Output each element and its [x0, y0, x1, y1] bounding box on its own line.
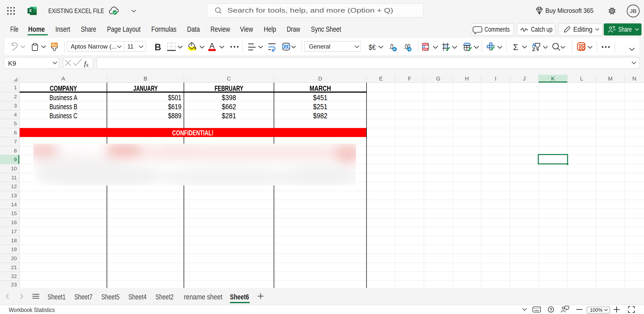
- svg-text:11: 11: [11, 175, 17, 180]
- svg-text:General: General: [309, 43, 330, 50]
- svg-text:Sync Sheet: Sync Sheet: [311, 25, 341, 33]
- svg-text:D: D: [318, 75, 322, 82]
- svg-text:23: 23: [11, 282, 17, 287]
- svg-text:File: File: [10, 25, 18, 33]
- svg-text:MARCH: MARCH: [310, 84, 331, 92]
- svg-text:Draw: Draw: [287, 25, 300, 33]
- svg-text:10: 10: [11, 166, 17, 171]
- svg-text:L: L: [580, 75, 583, 82]
- svg-text:X: X: [29, 8, 32, 13]
- svg-text:A: A: [61, 75, 65, 82]
- svg-text:B: B: [155, 42, 161, 52]
- svg-text:Sheet5: Sheet5: [101, 293, 119, 301]
- svg-text:4: 4: [14, 112, 17, 117]
- svg-text:$€: $€: [369, 43, 376, 51]
- svg-text:Business C: Business C: [50, 112, 77, 120]
- svg-text:$982: $982: [313, 112, 328, 120]
- svg-text:22: 22: [11, 273, 17, 279]
- svg-text:I: I: [495, 75, 496, 82]
- svg-text:K9: K9: [8, 60, 16, 67]
- svg-text:Sheet7: Sheet7: [74, 293, 92, 301]
- svg-text:View: View: [240, 25, 253, 33]
- svg-text:Business B: Business B: [50, 103, 77, 111]
- svg-text:$251: $251: [313, 103, 328, 111]
- svg-text:Home: Home: [28, 25, 45, 33]
- svg-text:Data: Data: [187, 25, 200, 33]
- svg-text:Review: Review: [211, 25, 230, 33]
- svg-text:Sheet1: Sheet1: [48, 293, 66, 301]
- svg-text:Help: Help: [264, 25, 276, 33]
- svg-text:16: 16: [11, 219, 17, 225]
- svg-text:Share: Share: [618, 25, 632, 33]
- svg-text:13: 13: [11, 192, 17, 198]
- svg-text:N: N: [632, 75, 636, 82]
- svg-text:CONFIDENTIAL!: CONFIDENTIAL!: [172, 129, 214, 137]
- svg-text:Sheet6: Sheet6: [230, 293, 249, 301]
- svg-text:21: 21: [11, 264, 17, 270]
- svg-text:3: 3: [14, 103, 17, 108]
- svg-text:E: E: [379, 75, 383, 82]
- svg-text:H: H: [465, 75, 469, 82]
- svg-text:17: 17: [11, 228, 17, 234]
- svg-text:Insert: Insert: [55, 25, 70, 33]
- svg-text:Formulas: Formulas: [151, 25, 177, 33]
- svg-text:M: M: [608, 75, 613, 82]
- svg-text:Catch up: Catch up: [531, 25, 552, 33]
- svg-text:Editing: Editing: [573, 25, 592, 33]
- svg-text:20: 20: [11, 255, 17, 261]
- svg-text:COMPANY: COMPANY: [50, 84, 77, 92]
- svg-text:8: 8: [14, 148, 17, 153]
- svg-text:7: 7: [14, 139, 17, 144]
- svg-text:Comments: Comments: [485, 25, 510, 33]
- svg-text:15: 15: [11, 210, 17, 216]
- svg-text:$889: $889: [168, 112, 181, 120]
- svg-text:18: 18: [11, 238, 17, 243]
- svg-text:Sheet4: Sheet4: [128, 293, 146, 301]
- svg-text:Buy Microsoft 365: Buy Microsoft 365: [545, 7, 593, 14]
- svg-text:Workbook Statistics: Workbook Statistics: [9, 306, 55, 313]
- svg-text:Page Layout: Page Layout: [107, 25, 141, 33]
- svg-text:F: F: [408, 75, 411, 82]
- svg-text:Z: Z: [532, 47, 535, 52]
- svg-text:Business A: Business A: [50, 94, 77, 102]
- svg-text:5: 5: [14, 121, 17, 126]
- svg-text:$451: $451: [313, 94, 328, 102]
- svg-text:J: J: [523, 75, 526, 82]
- svg-text:JB: JB: [630, 8, 636, 14]
- svg-text:Σ: Σ: [513, 42, 518, 52]
- svg-text:19: 19: [11, 246, 17, 252]
- svg-text:12: 12: [11, 183, 17, 189]
- svg-text:Aptos Narrow (...: Aptos Narrow (...: [71, 43, 116, 50]
- svg-text:6: 6: [14, 130, 17, 135]
- svg-text:2: 2: [14, 94, 17, 99]
- svg-text:$619: $619: [168, 103, 181, 111]
- svg-text:Share: Share: [81, 25, 96, 33]
- svg-text:$662: $662: [222, 103, 236, 111]
- svg-text:9: 9: [14, 156, 17, 162]
- svg-text:$398: $398: [222, 94, 236, 102]
- svg-text:Sheet2: Sheet2: [155, 293, 174, 301]
- svg-text:1: 1: [14, 85, 17, 90]
- svg-text:Search for tools, help, and mo: Search for tools, help, and more (Option…: [227, 7, 393, 14]
- svg-text:?: ?: [550, 307, 552, 312]
- svg-text:EXISTING EXCEL FILE: EXISTING EXCEL FILE: [48, 7, 104, 14]
- svg-text:K: K: [551, 75, 555, 82]
- svg-text:rename sheet: rename sheet: [184, 293, 223, 301]
- svg-text:B: B: [144, 75, 147, 82]
- svg-text:100%: 100%: [590, 307, 602, 313]
- svg-text:G: G: [436, 75, 440, 82]
- svg-text:$501: $501: [168, 94, 181, 102]
- svg-text:C: C: [227, 75, 231, 82]
- svg-text:11: 11: [127, 43, 134, 50]
- svg-text:JANUARY: JANUARY: [133, 84, 158, 92]
- svg-text:$281: $281: [222, 112, 236, 120]
- svg-text:FEBRUARY: FEBRUARY: [215, 84, 243, 92]
- svg-text:14: 14: [11, 202, 17, 207]
